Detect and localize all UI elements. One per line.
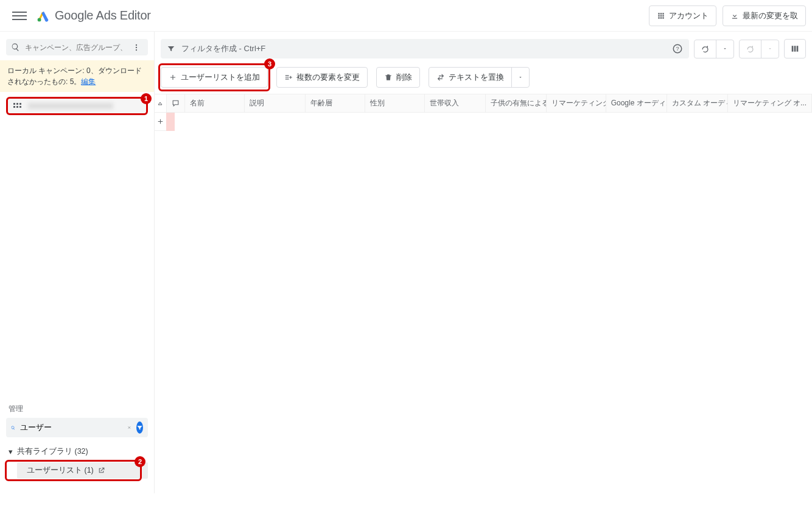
- column-description[interactable]: 説明: [245, 94, 306, 112]
- svg-point-0: [38, 18, 41, 21]
- column-name[interactable]: 名前: [185, 94, 245, 112]
- management-search[interactable]: [6, 418, 148, 437]
- column-comment-icon[interactable]: [167, 94, 185, 112]
- account-list-item[interactable]: [6, 97, 148, 115]
- redo-dropdown[interactable]: [761, 40, 779, 58]
- triangle-up-icon: [156, 100, 164, 107]
- column-google-audience[interactable]: Google オーディエ...: [606, 94, 667, 112]
- notice-edit-link[interactable]: 編集: [81, 77, 96, 86]
- undo-group: [694, 40, 734, 58]
- trash-icon: [384, 73, 393, 82]
- menu-icon[interactable]: [12, 9, 27, 23]
- replace-text-dropdown[interactable]: [512, 68, 529, 87]
- add-row-button[interactable]: [155, 113, 167, 131]
- column-remarketing[interactable]: リマーケティング オ...: [547, 94, 606, 112]
- plus-icon: [169, 73, 177, 82]
- funnel-icon: [167, 44, 175, 53]
- search-icon: [11, 423, 15, 432]
- replace-icon: [436, 73, 445, 82]
- clear-icon[interactable]: [127, 423, 131, 432]
- column-remarketing-2[interactable]: リマーケティング オ...: [728, 94, 812, 112]
- chevron-down-icon: ▾: [9, 447, 15, 456]
- bulk-edit-button[interactable]: 複数の要素を変更: [276, 67, 368, 88]
- download-icon: [730, 12, 739, 20]
- add-user-list-button[interactable]: ユーザーリストを追加: [161, 67, 268, 88]
- svg-text:?: ?: [676, 46, 679, 52]
- search-icon: [11, 43, 20, 52]
- delete-button[interactable]: 削除: [376, 67, 420, 88]
- table-header: 名前 説明 年齢層 性別 世帯収入 子供の有無による... リマーケティング オ…: [167, 94, 812, 113]
- column-gender[interactable]: 性別: [365, 94, 425, 112]
- notice-banner: ローカル キャンペーン: 0、ダウンロードされなかったもの: 5。編集: [0, 60, 154, 92]
- grid-icon: [657, 12, 665, 20]
- undo-dropdown[interactable]: [716, 40, 733, 58]
- management-search-input[interactable]: [20, 423, 122, 432]
- drag-handle-icon: [13, 103, 23, 109]
- help-icon[interactable]: ?: [672, 43, 683, 54]
- more-icon[interactable]: [132, 43, 143, 52]
- tree-child-user-lists[interactable]: ユーザーリスト (1): [17, 462, 148, 479]
- app-title: Google Ads Editor: [37, 9, 151, 23]
- account-button[interactable]: アカウント: [649, 5, 716, 26]
- column-custom-audience[interactable]: カスタム オーディエ...: [667, 94, 728, 112]
- filter-placeholder: フィルタを作成 - Ctrl+F: [181, 43, 265, 54]
- annotation-badge-3: 3: [264, 58, 275, 69]
- filter-bar[interactable]: フィルタを作成 - Ctrl+F ?: [161, 39, 689, 58]
- redacted-account-name: [28, 103, 113, 109]
- column-income[interactable]: 世帯収入: [425, 94, 486, 112]
- campaign-search-input[interactable]: [25, 43, 127, 52]
- columns-icon: [790, 44, 800, 54]
- columns-button[interactable]: [784, 39, 806, 58]
- tree-parent-shared-library[interactable]: ▾ 共有ライブラリ (32): [5, 443, 149, 460]
- google-ads-logo-icon: [37, 9, 50, 23]
- bulk-edit-icon: [284, 73, 293, 82]
- redo-group: [739, 40, 779, 58]
- undo-button[interactable]: [695, 40, 716, 58]
- open-external-icon[interactable]: [97, 467, 105, 474]
- annotation-badge-2: 2: [135, 456, 145, 467]
- column-children[interactable]: 子供の有無による...: [486, 94, 547, 112]
- sort-toggle[interactable]: [155, 94, 167, 113]
- replace-text-button[interactable]: テキストを置換: [429, 68, 512, 87]
- campaign-search[interactable]: [6, 39, 148, 55]
- filter-toggle[interactable]: [136, 421, 143, 434]
- redo-button[interactable]: [740, 40, 761, 58]
- plus-icon: [156, 118, 164, 125]
- get-changes-button[interactable]: 最新の変更を取: [723, 5, 806, 26]
- management-label: 管理: [0, 398, 154, 418]
- column-age[interactable]: 年齢層: [306, 94, 365, 112]
- error-indicator: [166, 113, 175, 131]
- annotation-badge-1: 1: [141, 93, 152, 104]
